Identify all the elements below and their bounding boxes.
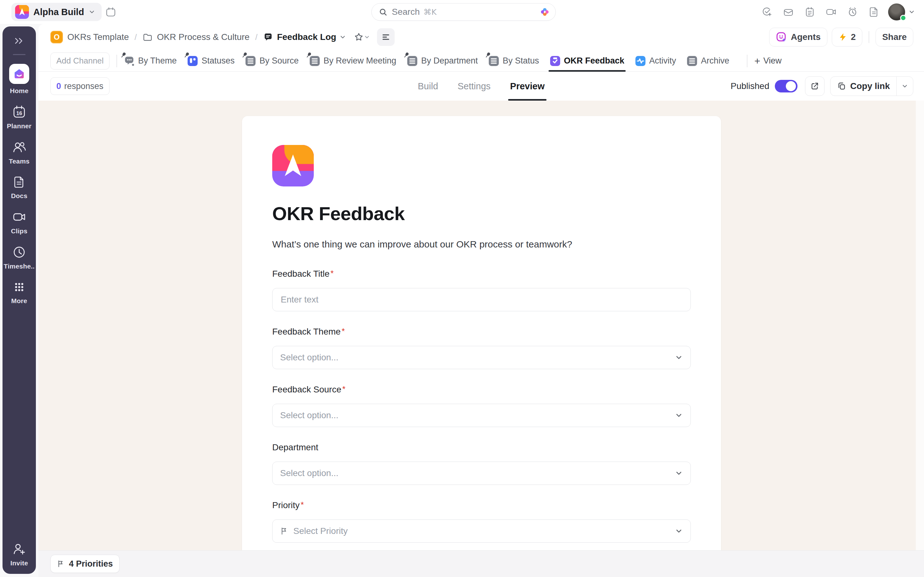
favorite-star-button[interactable] — [352, 30, 372, 44]
account-chevron-down-icon[interactable] — [908, 8, 915, 15]
chevron-down-icon — [675, 353, 683, 362]
sidebar-item-teams[interactable]: Teams — [9, 140, 29, 165]
sidebar-column: Home 16 Planner — [0, 24, 39, 577]
chevron-down-icon — [675, 469, 683, 477]
table-icon — [309, 56, 320, 66]
topbar: Alpha Build Search ⌘K — [0, 0, 924, 24]
inbox-button[interactable] — [779, 3, 798, 21]
sidebar-expand-button[interactable] — [12, 34, 26, 48]
copy-link-button[interactable]: Copy link — [830, 76, 913, 96]
priorities-badge[interactable]: 4 Priorities — [50, 554, 120, 573]
tab-preview[interactable]: Preview — [510, 72, 545, 101]
published-toggle[interactable] — [775, 80, 798, 92]
chat-bubble-icon — [124, 56, 135, 66]
tab-statuses[interactable]: Statuses — [187, 50, 234, 71]
field-feedback-source: Feedback Source* Select option... — [272, 384, 691, 427]
alarm-clock-icon — [847, 6, 858, 18]
feedback-theme-select[interactable]: Select option... — [272, 346, 691, 369]
search-shortcut: ⌘K — [423, 8, 436, 17]
clips-video-icon — [12, 210, 26, 224]
breadcrumb-page[interactable]: Feedback Log — [277, 32, 336, 42]
footer-bar: 4 Priorities — [39, 550, 924, 577]
credits-count: 2 — [851, 32, 856, 42]
sidebar-item-more[interactable]: More — [11, 280, 27, 305]
sidebar-invite-button[interactable]: Invite — [10, 542, 28, 567]
required-asterisk: * — [341, 326, 345, 336]
sidebar-item-label: Invite — [10, 559, 28, 567]
plus-icon: + — [754, 56, 760, 66]
tab-by-theme[interactable]: By Theme — [124, 50, 177, 71]
share-button[interactable]: Share — [876, 28, 913, 47]
feedback-source-select[interactable]: Select option... — [272, 404, 691, 427]
pin-icon — [403, 52, 410, 58]
tab-build[interactable]: Build — [418, 72, 438, 101]
department-select[interactable]: Select option... — [272, 462, 691, 485]
agents-button[interactable]: Agents — [769, 28, 827, 47]
add-view-button[interactable]: + View — [754, 56, 782, 66]
copy-link-menu-button[interactable] — [897, 77, 913, 95]
timesheet-clock-icon — [12, 245, 26, 259]
docs-quick-button[interactable] — [865, 3, 883, 21]
header-actions: Agents 2 Share — [769, 28, 913, 47]
tab-label: Activity — [649, 56, 676, 66]
sidebar-item-label: Teams — [9, 158, 29, 165]
tab-okr-feedback[interactable]: OKR Feedback — [550, 50, 624, 71]
statuses-board-icon — [187, 56, 198, 66]
sidebar-item-clips[interactable]: Clips — [11, 210, 27, 235]
double-chevron-right-icon — [13, 35, 25, 47]
main-panel: O OKRs Template / OKR Process & Culture … — [39, 24, 924, 577]
search-input[interactable]: Search ⌘K — [372, 3, 556, 21]
tab-by-status[interactable]: By Status — [488, 50, 539, 71]
pin-icon — [183, 52, 190, 58]
sidebar-item-label: Timeshe.. — [4, 263, 35, 270]
tab-activity[interactable]: Activity — [635, 50, 676, 71]
toggle-knob — [786, 81, 796, 91]
sidebar-item-docs[interactable]: Docs — [11, 175, 27, 200]
open-form-button[interactable] — [805, 76, 825, 96]
page-chevron-down-icon[interactable] — [339, 34, 346, 40]
view-options-button[interactable] — [377, 28, 395, 46]
breadcrumb-folder[interactable]: OKR Process & Culture — [157, 32, 250, 42]
form-title: OKR Feedback — [272, 203, 691, 224]
feedback-title-input[interactable] — [272, 288, 691, 311]
responses-badge[interactable]: 0 responses — [50, 77, 110, 95]
record-clip-button[interactable] — [822, 3, 840, 21]
reminders-button[interactable] — [843, 3, 862, 21]
calendar-icon — [105, 6, 116, 18]
scrollbar-gutter[interactable] — [916, 101, 924, 550]
tab-by-department[interactable]: By Department — [407, 50, 478, 71]
sidebar-item-timesheet[interactable]: Timeshe.. — [4, 245, 35, 270]
space-avatar[interactable]: O — [50, 31, 63, 44]
copy-icon — [837, 81, 846, 91]
breadcrumb-space[interactable]: OKRs Template — [67, 32, 129, 42]
pin-icon — [241, 52, 248, 58]
responses-label: responses — [64, 81, 103, 91]
pin-icon — [120, 52, 127, 58]
app-window: Alpha Build Search ⌘K — [0, 0, 924, 577]
sidebar-item-label: Planner — [7, 122, 31, 130]
new-task-button[interactable] — [758, 3, 776, 21]
activity-pulse-icon — [635, 56, 646, 66]
workspace-switcher[interactable]: Alpha Build — [11, 3, 102, 21]
tab-by-review-meeting[interactable]: By Review Meeting — [309, 50, 396, 71]
tab-archive[interactable]: Archive — [687, 50, 729, 71]
select-placeholder: Select option... — [280, 468, 338, 478]
channel-chat-icon — [263, 32, 273, 42]
ai-assistant-icon[interactable] — [540, 7, 550, 17]
priority-select[interactable]: Select Priority — [272, 519, 691, 543]
calendar-button[interactable] — [102, 3, 120, 21]
automations-credits-button[interactable]: 2 — [832, 28, 863, 47]
tab-settings[interactable]: Settings — [457, 72, 491, 101]
sidebar-item-home[interactable]: Home — [9, 64, 29, 95]
video-camera-icon — [825, 6, 837, 18]
select-placeholder: Select Priority — [293, 526, 348, 536]
docs-icon — [12, 175, 26, 189]
notepad-button[interactable] — [801, 3, 819, 21]
tab-label: By Source — [259, 56, 299, 66]
tab-by-source[interactable]: By Source — [245, 50, 299, 71]
lightning-bolt-icon — [838, 33, 847, 42]
sidebar-item-planner[interactable]: 16 Planner — [7, 105, 31, 130]
view-label: View — [764, 56, 782, 66]
add-channel-button[interactable]: Add Channel — [50, 53, 110, 69]
user-avatar[interactable] — [888, 3, 905, 21]
